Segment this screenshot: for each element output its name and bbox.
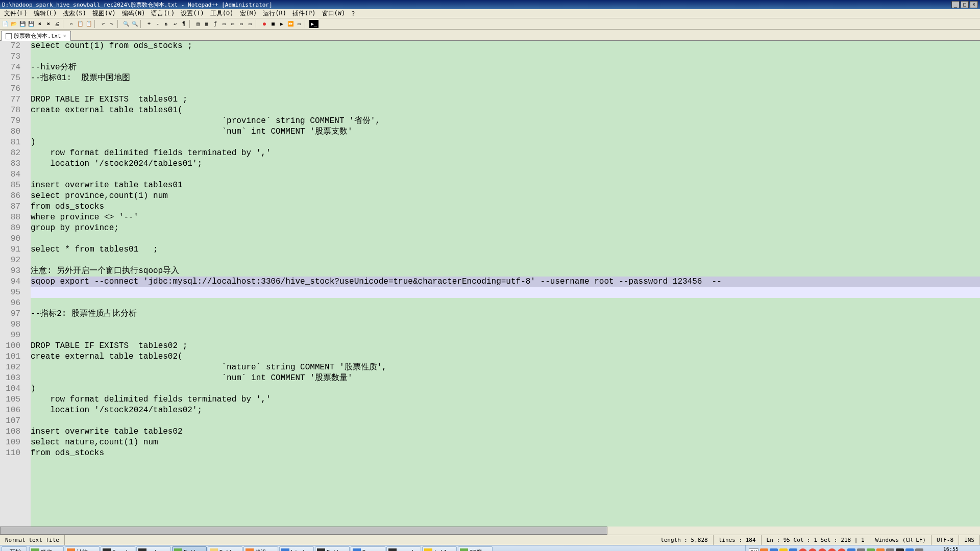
maximize-button[interactable]: □ — [961, 1, 969, 8]
tray-icon[interactable] — [905, 548, 914, 552]
code-line[interactable]: `nature` string COMMENT '股票性质', — [31, 362, 980, 373]
code-line[interactable]: --指标01: 股票中国地图 — [31, 73, 980, 84]
zoom-in-icon[interactable]: + — [145, 20, 153, 28]
code-line[interactable]: `province` string COMMENT '省份', — [31, 116, 980, 127]
close-tab-icon[interactable]: × — [63, 33, 66, 39]
code-line[interactable]: row format delimited fields terminated b… — [31, 394, 980, 405]
code-line[interactable]: DROP TABLE IF EXISTS tables02 ; — [31, 341, 980, 352]
tool-icon[interactable]: ▭ — [246, 20, 254, 28]
code-line[interactable] — [31, 255, 980, 266]
code-line[interactable]: row format delimited fields terminated b… — [31, 148, 980, 159]
tray-qq-icon[interactable] — [799, 548, 807, 552]
taskbar-button[interactable]: echar... — [136, 546, 171, 552]
tray-icon[interactable] — [876, 548, 885, 552]
tray-icon[interactable] — [857, 548, 865, 552]
cut-icon[interactable]: ✂ — [67, 20, 76, 28]
tool-icon[interactable]: ▭ — [229, 20, 237, 28]
code-line[interactable]: select * from tables01 ; — [31, 244, 980, 255]
menu-item[interactable]: 语言(L) — [148, 9, 178, 18]
code-line[interactable]: from ods_stocks — [31, 202, 980, 212]
menu-item[interactable]: 搜索(S) — [60, 9, 89, 18]
copy-icon[interactable]: 📋 — [76, 20, 84, 28]
code-line[interactable] — [31, 319, 980, 330]
file-tab[interactable]: 股票数仓脚本.txt × — [1, 31, 71, 41]
show-chars-icon[interactable]: ¶ — [180, 20, 188, 28]
minimize-button[interactable]: _ — [951, 1, 960, 8]
save-all-icon[interactable]: 💾 — [27, 20, 35, 28]
close-button[interactable]: × — [970, 1, 978, 8]
scroll-thumb[interactable] — [0, 527, 607, 535]
redo-icon[interactable]: ↷ — [108, 20, 116, 28]
menu-item[interactable]: 视图(V) — [89, 9, 119, 18]
code-line[interactable]: --hive分析 — [31, 62, 980, 73]
menu-item[interactable]: 设置(T) — [178, 9, 207, 18]
menu-item[interactable]: ? — [348, 10, 358, 17]
tray-icon[interactable] — [789, 548, 797, 552]
record-macro-icon[interactable]: ● — [260, 20, 268, 28]
start-button[interactable]: 开始 — [2, 546, 27, 552]
code-line[interactable] — [31, 330, 980, 341]
code-line[interactable] — [31, 169, 980, 180]
open-file-icon[interactable]: 📂 — [10, 20, 18, 28]
menu-item[interactable]: 插件(P) — [289, 9, 319, 18]
tray-icon[interactable] — [896, 548, 904, 552]
code-line[interactable] — [31, 298, 980, 309]
code-line[interactable]: location '/stock2024/tables02'; — [31, 405, 980, 416]
code-line[interactable]: location '/stock2024/tables01'; — [31, 159, 980, 169]
code-line[interactable]: DROP TABLE IF EXISTS tables01 ; — [31, 94, 980, 105]
menu-item[interactable]: 编码(N) — [119, 9, 149, 18]
code-line[interactable]: ) — [31, 384, 980, 394]
monitor-icon[interactable]: ▶_ — [309, 20, 318, 28]
taskbar-button[interactable]: D:\h... — [172, 546, 207, 552]
code-line[interactable] — [31, 84, 980, 94]
sync-scroll-icon[interactable]: ⇅ — [162, 20, 170, 28]
taskbar-button[interactable]: Snowb... — [101, 546, 135, 552]
tool-icon[interactable]: ▭ — [237, 20, 246, 28]
code-line[interactable]: `num` int COMMENT '股票数量' — [31, 373, 980, 384]
tray-icon[interactable] — [867, 548, 875, 552]
code-line[interactable]: group by province; — [31, 223, 980, 234]
code-line[interactable]: `num` int COMMENT '股票支数' — [31, 127, 980, 137]
code-line[interactable]: insert overwrite table tables01 — [31, 180, 980, 191]
code-line[interactable] — [31, 234, 980, 244]
code-line[interactable] — [31, 287, 980, 298]
paste-icon[interactable]: 📋 — [85, 20, 93, 28]
save-macro-icon[interactable]: ▭ — [295, 20, 303, 28]
taskbar-button[interactable]: Docum... — [351, 546, 385, 552]
code-line[interactable]: where province <> '--' — [31, 212, 980, 223]
play-multi-icon[interactable]: ⏩ — [286, 20, 295, 28]
menu-item[interactable]: 工具(O) — [207, 9, 237, 18]
zoom-out-icon[interactable]: - — [154, 20, 162, 28]
code-line[interactable]: select nature,count(1) num — [31, 437, 980, 448]
doc-map-icon[interactable]: ▭ — [220, 20, 228, 28]
ime-indicator[interactable]: CH — [749, 548, 758, 551]
tray-qq-icon[interactable] — [808, 548, 817, 552]
indent-guide-icon[interactable]: ▤ — [194, 20, 202, 28]
new-file-icon[interactable]: 📄 — [1, 20, 9, 28]
replace-icon[interactable]: 🔍 — [131, 20, 139, 28]
code-line[interactable]: create external table tables01( — [31, 105, 980, 116]
fold-icon[interactable]: ▦ — [203, 20, 211, 28]
taskbar-button[interactable]: 微信 — [29, 546, 64, 552]
menu-item[interactable]: 运行(R) — [260, 9, 289, 18]
code-line[interactable]: --指标2: 股票性质占比分析 — [31, 309, 980, 319]
tray-qq-icon[interactable] — [818, 548, 826, 552]
print-icon[interactable]: 🖨 — [53, 20, 61, 28]
code-line[interactable]: select count(1) from ods_stocks ; — [31, 41, 980, 52]
tray-icon[interactable] — [760, 548, 768, 552]
menu-item[interactable]: 文件(F) — [1, 9, 31, 18]
tray-icon[interactable] — [770, 548, 778, 552]
close-all-icon[interactable]: ✖ — [44, 20, 53, 28]
taskbar-button[interactable]: 32度... — [458, 546, 493, 552]
taskbar-button[interactable]: table... — [422, 546, 457, 552]
code-line[interactable]: insert overwrite table tables02 — [31, 427, 980, 437]
menu-item[interactable]: 编辑(E) — [31, 9, 60, 18]
code-line[interactable]: sqoop export --connect 'jdbc:mysql://loc… — [31, 277, 980, 287]
folding-margin[interactable] — [23, 41, 31, 527]
horizontal-scrollbar[interactable] — [0, 527, 980, 535]
taskbar-button[interactable]: spark... — [386, 546, 421, 552]
tray-qq-icon[interactable] — [838, 548, 846, 552]
code-line[interactable] — [31, 416, 980, 427]
function-list-icon[interactable]: ƒ — [211, 20, 219, 28]
tray-icon[interactable] — [886, 548, 894, 552]
